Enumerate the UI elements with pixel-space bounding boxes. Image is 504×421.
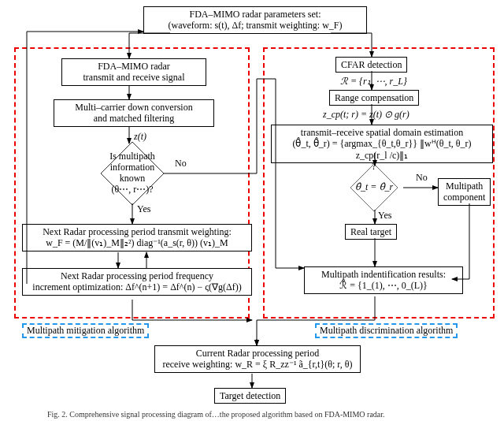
arrows [0, 0, 504, 421]
